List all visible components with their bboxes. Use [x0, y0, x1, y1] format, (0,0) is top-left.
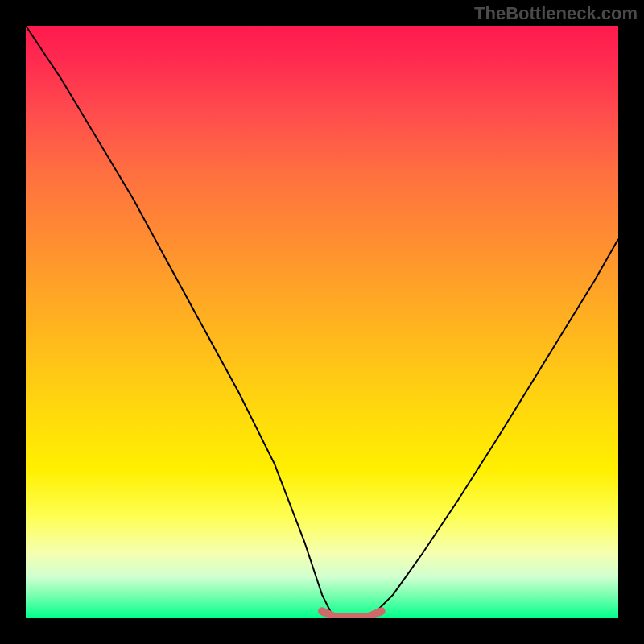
- chart-gradient-background: [26, 26, 618, 618]
- valley-highlight-line: [322, 611, 382, 617]
- chart-svg: [26, 26, 618, 618]
- watermark-text: TheBottleneck.com: [474, 3, 638, 24]
- left-curve-line: [26, 26, 334, 618]
- right-curve-line: [369, 239, 618, 618]
